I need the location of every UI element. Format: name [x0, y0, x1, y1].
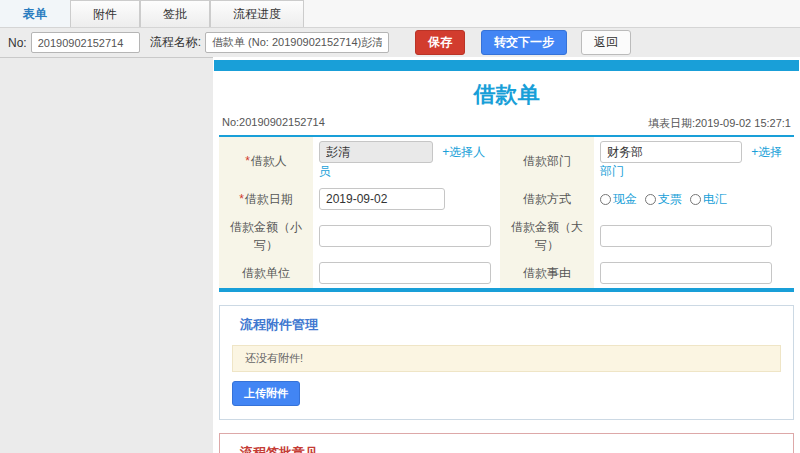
loan-date-label: *借款日期 — [219, 184, 313, 214]
loan-unit-field-cell — [313, 258, 500, 290]
attachment-section: 流程附件管理 还没有附件! 上传附件 — [219, 305, 794, 420]
table-row: 借款金额（小写） 借款金额（大写） — [219, 214, 794, 258]
radio-wire[interactable]: 电汇 — [690, 191, 727, 208]
form-no-text: No:20190902152714 — [222, 116, 325, 131]
form-panel: 借款单 No:20190902152714 填表日期:2019-09-02 15… — [213, 57, 800, 453]
amount-lower-label: 借款金额（小写） — [219, 214, 313, 258]
loan-method-field-cell: 现金 支票 电汇 — [594, 184, 794, 214]
save-button[interactable]: 保存 — [415, 30, 465, 55]
loan-date-field-cell — [313, 184, 500, 214]
process-name-input[interactable] — [205, 32, 389, 53]
wire-radio[interactable] — [690, 194, 701, 205]
loan-unit-label: 借款单位 — [219, 258, 313, 290]
department-input[interactable] — [600, 141, 742, 163]
loan-reason-label: 借款事由 — [500, 258, 594, 290]
loan-method-label: 借款方式 — [500, 184, 594, 214]
tab-attachment[interactable]: 附件 — [70, 0, 140, 27]
process-name-label: 流程名称: — [150, 34, 201, 51]
back-button[interactable]: 返回 — [581, 30, 631, 55]
borrower-input[interactable] — [319, 141, 433, 163]
form-date-text: 填表日期:2019-09-02 15:27:1 — [648, 116, 791, 131]
amount-upper-input[interactable] — [600, 225, 772, 247]
loan-form-table: *借款人 +选择人员 借款部门 +选择部门 *借款日期 — [219, 135, 794, 292]
panel-header-bar — [214, 60, 799, 71]
no-label: No: — [8, 36, 27, 50]
app-window: 表单 附件 签批 流程进度 No: 流程名称: 保存 转交下一步 返回 借款单 … — [0, 0, 800, 453]
amount-lower-input[interactable] — [319, 225, 491, 247]
department-field-cell: +选择部门 — [594, 136, 794, 184]
loan-reason-input[interactable] — [600, 262, 772, 284]
forward-next-step-button[interactable]: 转交下一步 — [481, 30, 567, 55]
amount-lower-field-cell — [313, 214, 500, 258]
table-row: *借款人 +选择人员 借款部门 +选择部门 — [219, 136, 794, 184]
no-attachment-message: 还没有附件! — [232, 345, 781, 372]
loan-reason-field-cell — [594, 258, 794, 290]
amount-upper-field-cell — [594, 214, 794, 258]
required-mark: * — [245, 154, 250, 168]
attachment-section-heading: 流程附件管理 — [220, 316, 793, 334]
no-input[interactable] — [31, 32, 140, 53]
loan-unit-input[interactable] — [319, 262, 491, 284]
borrower-label: *借款人 — [219, 136, 313, 184]
cash-radio[interactable] — [600, 194, 611, 205]
action-toolbar: No: 流程名称: 保存 转交下一步 返回 — [0, 28, 800, 58]
tab-approval[interactable]: 签批 — [140, 0, 210, 27]
cheque-radio[interactable] — [645, 194, 656, 205]
table-row: *借款日期 借款方式 现金 支票 — [219, 184, 794, 214]
department-label: 借款部门 — [500, 136, 594, 184]
radio-cash[interactable]: 现金 — [600, 191, 637, 208]
form-meta-row: No:20190902152714 填表日期:2019-09-02 15:27:… — [213, 110, 800, 135]
upload-attachment-button[interactable]: 上传附件 — [232, 381, 300, 406]
approval-section-heading: 流程签批意见 — [220, 444, 793, 453]
loan-date-input[interactable] — [319, 188, 445, 210]
tab-bar: 表单 附件 签批 流程进度 — [0, 0, 800, 28]
required-mark: * — [239, 192, 244, 206]
approval-section: 流程签批意见 B I abc — [219, 433, 794, 453]
loan-method-radio-group: 现金 支票 电汇 — [600, 191, 788, 208]
amount-upper-label: 借款金额（大写） — [500, 214, 594, 258]
page-title: 借款单 — [213, 80, 800, 110]
table-row: 借款单位 借款事由 — [219, 258, 794, 290]
tab-process-progress[interactable]: 流程进度 — [210, 0, 304, 27]
borrower-field-cell: +选择人员 — [313, 136, 500, 184]
tab-form[interactable]: 表单 — [0, 0, 70, 27]
radio-cheque[interactable]: 支票 — [645, 191, 682, 208]
